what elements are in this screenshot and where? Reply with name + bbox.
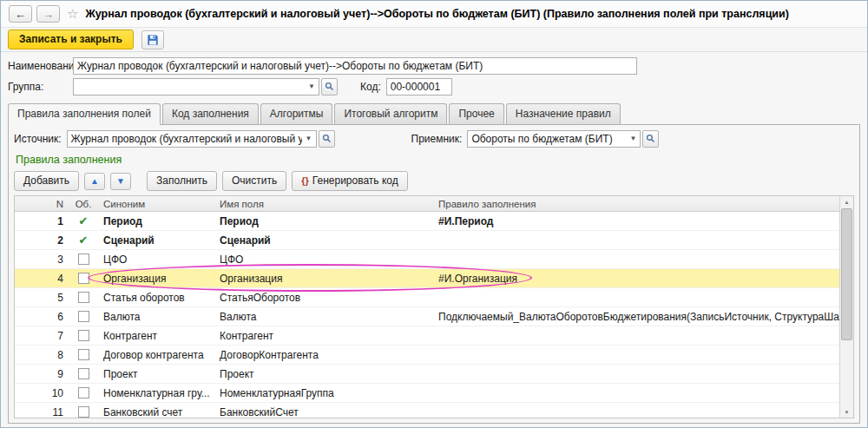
save-icon: [147, 34, 159, 46]
back-button[interactable]: ←: [9, 5, 32, 23]
table-row[interactable]: 10 Номенклатурная гру... НоменклатурнаяГ…: [15, 384, 839, 403]
checkbox[interactable]: [78, 273, 89, 284]
source-open-button[interactable]: [319, 130, 335, 148]
name-label: Наименование:: [8, 60, 73, 72]
save-button[interactable]: [141, 30, 164, 49]
table-scrollbar[interactable]: ▲ ▼: [839, 196, 853, 418]
row-check-cell[interactable]: [69, 292, 98, 303]
row-fieldname: Сценарий: [214, 234, 433, 247]
source-label: Источник:: [14, 133, 62, 145]
tab-2[interactable]: Алгоритмы: [260, 103, 333, 124]
favorite-star-icon[interactable]: ☆: [67, 6, 78, 22]
magnifier-icon: [325, 82, 334, 91]
row-check-cell[interactable]: [69, 330, 98, 341]
checkbox[interactable]: [78, 349, 89, 360]
receiver-value: Обороты по бюджетам (БИТ): [471, 133, 626, 145]
arrow-up-icon: ▲: [90, 176, 99, 186]
tab-1[interactable]: Код заполнения: [162, 103, 259, 124]
save-close-button[interactable]: Записать и закрыть: [8, 30, 134, 49]
table-row[interactable]: 3 ЦФО ЦФО: [15, 250, 839, 269]
checkbox[interactable]: [78, 368, 89, 379]
table-row[interactable]: 8 Договор контрагента ДоговорКонтрагента: [15, 346, 839, 365]
clear-button[interactable]: Очистить: [222, 171, 286, 191]
table-header: N Об. Синоним Имя поля Правило заполнени…: [15, 196, 839, 212]
group-open-button[interactable]: [321, 78, 338, 95]
row-check-cell[interactable]: [69, 349, 98, 360]
tab-0[interactable]: Правила заполнения полей: [8, 103, 161, 125]
move-down-button[interactable]: ▼: [110, 173, 131, 190]
checkbox[interactable]: [78, 330, 89, 341]
tab-3[interactable]: Итоговый алгоритм: [334, 103, 447, 124]
forward-button[interactable]: →: [36, 5, 60, 23]
arrow-down-icon: ▼: [116, 176, 125, 186]
checkbox[interactable]: [78, 311, 89, 322]
checkbox[interactable]: [78, 406, 89, 418]
table-row[interactable]: 2 ✔ Сценарий Сценарий: [15, 231, 839, 250]
receiver-input[interactable]: Обороты по бюджетам (БИТ) ▼: [467, 130, 641, 148]
table-row[interactable]: 11 Банковский счет БанковскийСчет: [15, 403, 839, 418]
row-fieldname: Контрагент: [214, 330, 433, 342]
row-fieldname: НоменклатурнаяГруппа: [214, 387, 433, 399]
tab-4[interactable]: Прочее: [449, 103, 503, 124]
check-icon: ✔: [79, 234, 89, 246]
name-input[interactable]: Журнал проводок (бухгалтерский и налогов…: [73, 57, 637, 75]
checkbox[interactable]: [78, 254, 89, 265]
row-fieldname: Валюта: [214, 311, 433, 323]
app-window: ← → ☆ Журнал проводок (бухгалтерский и н…: [0, 0, 868, 428]
header-rule[interactable]: Правило заполнения: [433, 199, 839, 209]
source-value: Журнал проводок (бухгалтерский и налогов…: [71, 133, 302, 145]
header-synonym[interactable]: Синоним: [98, 199, 214, 209]
table-row[interactable]: 5 Статья оборотов СтатьяОборотов: [15, 288, 839, 307]
checkbox[interactable]: [78, 387, 89, 398]
row-number: 3: [15, 254, 69, 266]
section-title: Правила заполнения: [16, 154, 852, 167]
tab-5[interactable]: Назначение правил: [506, 103, 621, 124]
header-n[interactable]: N: [15, 199, 69, 209]
row-check-cell[interactable]: ✔: [69, 234, 98, 246]
row-rule: #И.Период: [433, 215, 839, 227]
table-row[interactable]: 6 Валюта Валюта Подключаемый_ВалютаОборо…: [15, 307, 839, 326]
row-check-cell[interactable]: [69, 406, 98, 418]
row-synonym: Договор контрагента: [98, 349, 214, 361]
generate-code-button[interactable]: {} Генерировать код: [292, 171, 408, 191]
row-check-cell[interactable]: [69, 387, 98, 398]
table-row[interactable]: 7 Контрагент Контрагент: [15, 326, 839, 346]
scroll-down-icon[interactable]: ▼: [840, 406, 853, 418]
row-synonym: Контрагент: [98, 330, 214, 342]
move-up-button[interactable]: ▲: [84, 173, 105, 190]
table-toolbar: Добавить ▲ ▼ Заполнить Очистить {} Генер…: [14, 171, 854, 191]
chevron-down-icon[interactable]: ▼: [305, 79, 319, 95]
row-synonym: Номенклатурная гру...: [98, 387, 214, 399]
receiver-open-button[interactable]: [642, 130, 659, 148]
table-row[interactable]: 1 ✔ Период Период #И.Период: [15, 212, 839, 231]
row-synonym: Валюта: [98, 311, 214, 323]
source-receiver-row: Источник: Журнал проводок (бухгалтерский…: [14, 129, 854, 148]
magnifier-icon: [646, 134, 655, 143]
chevron-down-icon[interactable]: ▼: [302, 131, 316, 147]
code-value: 00-000001: [391, 81, 440, 93]
scroll-up-icon[interactable]: ▲: [840, 196, 853, 207]
source-input[interactable]: Журнал проводок (бухгалтерский и налогов…: [67, 130, 317, 148]
row-number: 8: [15, 349, 69, 361]
table-row[interactable]: 4 Организация Организация #И.Организация: [15, 269, 839, 288]
scrollbar-thumb[interactable]: [841, 208, 852, 340]
fill-button[interactable]: Заполнить: [147, 171, 217, 191]
header-ob[interactable]: Об.: [69, 199, 98, 209]
tab-panel: Источник: Журнал проводок (бухгалтерский…: [8, 124, 860, 424]
chevron-down-icon[interactable]: ▼: [626, 131, 640, 147]
add-button[interactable]: Добавить: [14, 171, 79, 191]
group-input[interactable]: ▼: [73, 78, 319, 95]
row-number: 10: [15, 387, 69, 399]
row-check-cell[interactable]: [69, 368, 98, 379]
code-input[interactable]: 00-000001: [386, 78, 452, 95]
row-check-cell[interactable]: ✔: [69, 215, 98, 227]
checkbox[interactable]: [78, 292, 89, 303]
table-row[interactable]: 9 Проект Проект: [15, 365, 839, 384]
header-field[interactable]: Имя поля: [214, 199, 433, 209]
row-check-cell[interactable]: [69, 311, 98, 322]
row-check-cell[interactable]: [69, 273, 98, 284]
row-check-cell[interactable]: [69, 254, 98, 265]
row-fieldname: ДоговорКонтрагента: [214, 349, 433, 361]
row-rule: #И.Организация: [433, 273, 839, 285]
back-icon: ←: [15, 8, 26, 21]
